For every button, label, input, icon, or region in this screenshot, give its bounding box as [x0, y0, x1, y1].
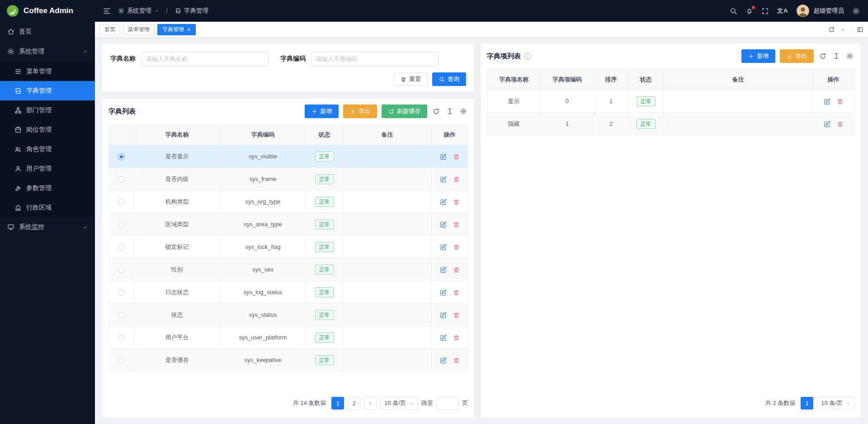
next-page-button[interactable] [364, 397, 377, 410]
delete-icon[interactable] [837, 121, 844, 128]
row-radio[interactable] [118, 221, 125, 228]
table-row[interactable]: 日志状态 sys_log_status 正常 [109, 281, 468, 304]
row-radio[interactable] [118, 153, 125, 160]
page-size-select[interactable]: 10 条/页 [380, 397, 418, 410]
row-radio[interactable] [118, 312, 125, 319]
delete-icon[interactable] [453, 153, 460, 160]
table-row[interactable]: 是否显示 sys_visible 正常 [109, 145, 468, 168]
row-radio[interactable] [118, 289, 125, 296]
delete-icon[interactable] [453, 199, 460, 205]
edit-icon[interactable] [440, 267, 447, 273]
column-settings-icon[interactable] [459, 107, 468, 116]
edit-icon[interactable] [440, 334, 447, 341]
refresh-tab-icon[interactable] [828, 26, 835, 33]
sidebar-item-menu-mgmt[interactable]: 菜单管理 [0, 62, 95, 81]
dict-items-actions: 新增 导出 [741, 49, 854, 63]
dict-name-input[interactable] [141, 52, 269, 66]
notifications-bell-icon[interactable] [745, 7, 753, 15]
edit-icon[interactable] [440, 244, 447, 251]
page-1-button[interactable]: 1 [331, 397, 344, 410]
tab-menu-dropdown-icon[interactable] [840, 27, 845, 32]
collapse-sidebar-button[interactable] [103, 7, 111, 15]
fullscreen-icon[interactable] [761, 7, 769, 15]
page-2-button[interactable]: 2 [348, 397, 360, 410]
delete-icon[interactable] [453, 312, 460, 319]
export-dict-item-button[interactable]: 导出 [780, 49, 814, 63]
add-dict-item-button[interactable]: 新增 [741, 49, 775, 63]
page-1-button[interactable]: 1 [801, 397, 813, 410]
column-header-code: 字典编码 [220, 124, 306, 145]
edit-icon[interactable] [440, 153, 447, 160]
refresh-cache-button[interactable]: 刷新缓存 [382, 105, 427, 118]
settings-gear-icon[interactable] [852, 7, 860, 15]
row-density-icon[interactable] [832, 52, 841, 61]
jump-page-input[interactable] [437, 397, 458, 410]
sidebar-item-monitor[interactable]: 系统监控 [0, 217, 95, 237]
edit-icon[interactable] [440, 289, 447, 296]
reload-table-icon[interactable] [432, 107, 441, 116]
table-row[interactable]: 锁定标记 sys_lock_flag 正常 [109, 236, 468, 258]
sidebar-item-system[interactable]: 系统管理 [0, 42, 95, 62]
delete-icon[interactable] [453, 267, 460, 273]
sidebar-item-role-mgmt[interactable]: 角色管理 [0, 139, 95, 159]
translate-icon[interactable]: 文A [777, 7, 788, 15]
sidebar-item-home[interactable]: 首页 [0, 22, 95, 42]
username[interactable]: 超级管理员 [814, 7, 844, 15]
row-radio[interactable] [118, 267, 125, 273]
layout-toggle-icon[interactable] [857, 26, 863, 33]
table-row[interactable]: 用户平台 sys_user_platform 正常 [109, 326, 468, 349]
table-row[interactable]: 隐藏 1 2 正常 [487, 113, 854, 135]
query-button[interactable]: 查询 [432, 72, 466, 86]
edit-icon[interactable] [824, 121, 830, 128]
sidebar-item-param-mgmt[interactable]: 参数管理 [0, 178, 95, 198]
reset-button[interactable]: 重置 [394, 72, 428, 86]
delete-icon[interactable] [453, 334, 460, 341]
edit-icon[interactable] [440, 312, 447, 319]
edit-icon[interactable] [824, 98, 830, 105]
table-row[interactable]: 性别 sys_sex 正常 [109, 258, 468, 281]
export-dict-button[interactable]: 导出 [343, 105, 377, 118]
row-radio[interactable] [118, 357, 125, 364]
sidebar-item-dict-mgmt[interactable]: 字典管理 [0, 81, 95, 100]
sidebar-item-region[interactable]: 行政区域 [0, 198, 95, 217]
delete-icon[interactable] [453, 357, 460, 364]
page-size-select[interactable]: 10 条/页 [817, 397, 854, 410]
add-dict-button[interactable]: 新增 [305, 105, 339, 118]
info-icon[interactable]: i [524, 53, 531, 60]
table-row[interactable]: 是否内嵌 sys_frame 正常 [109, 168, 468, 191]
row-radio[interactable] [118, 176, 125, 183]
edit-icon[interactable] [440, 221, 447, 228]
table-row[interactable]: 显示 0 1 正常 [487, 90, 854, 113]
delete-icon[interactable] [453, 176, 460, 183]
delete-icon[interactable] [837, 98, 844, 105]
building-icon [14, 204, 22, 211]
search-icon[interactable] [730, 7, 737, 15]
delete-icon[interactable] [453, 289, 460, 296]
edit-icon[interactable] [440, 199, 447, 205]
table-row[interactable]: 区域类型 sys_area_type 正常 [109, 213, 468, 236]
dict-code-input[interactable] [311, 52, 439, 66]
sidebar-item-user-mgmt[interactable]: 用户管理 [0, 159, 95, 178]
delete-icon[interactable] [453, 221, 460, 228]
sidebar-item-dept-mgmt[interactable]: 部门管理 [0, 100, 95, 120]
tab-menu-mgmt[interactable]: 菜单管理 [123, 24, 155, 35]
close-icon[interactable]: × [187, 27, 191, 33]
tab-dict-mgmt[interactable]: 字典管理× [157, 24, 196, 35]
row-radio[interactable] [118, 199, 125, 205]
edit-icon[interactable] [440, 176, 447, 183]
avatar[interactable] [797, 5, 809, 17]
tab-home[interactable]: 首页 [99, 24, 120, 35]
row-radio[interactable] [118, 244, 125, 251]
breadcrumb-level2[interactable]: 字典管理 [175, 7, 208, 15]
edit-icon[interactable] [440, 357, 447, 364]
sidebar-item-post-mgmt[interactable]: 岗位管理 [0, 120, 95, 139]
column-settings-icon[interactable] [845, 52, 854, 61]
table-row[interactable]: 机构类型 sys_org_type 正常 [109, 191, 468, 213]
delete-icon[interactable] [453, 244, 460, 251]
table-row[interactable]: 是否缓存 sys_keepalive 正常 [109, 349, 468, 372]
breadcrumb-level1[interactable]: 系统管理 [118, 7, 159, 15]
row-density-icon[interactable] [445, 107, 454, 116]
row-radio[interactable] [118, 334, 125, 341]
reload-table-icon[interactable] [818, 52, 827, 61]
table-row[interactable]: 状态 sys_status 正常 [109, 304, 468, 326]
